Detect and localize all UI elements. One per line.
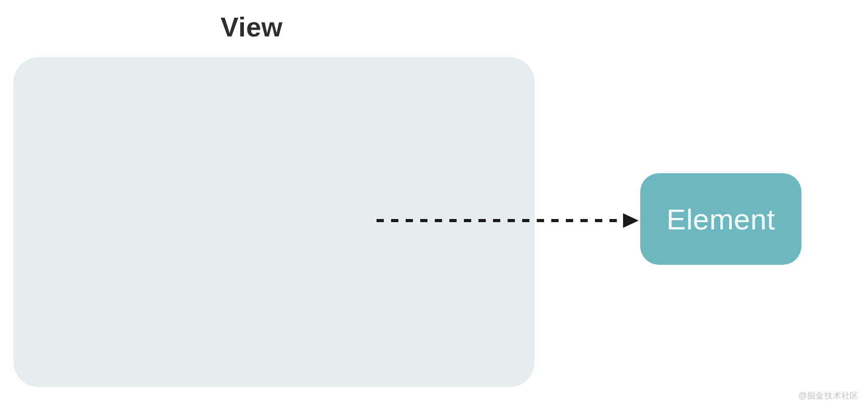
element-label: Element [667,202,775,236]
view-title: View [221,11,283,43]
element-box: Element [640,173,801,265]
watermark: @掘金技术社区 [798,391,859,402]
arrow-icon [374,211,640,230]
svg-marker-1 [623,213,639,228]
